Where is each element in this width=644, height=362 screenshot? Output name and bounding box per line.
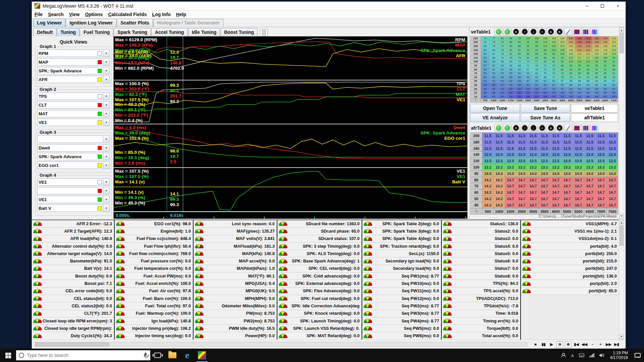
table-cell[interactable]: 86 <box>558 64 567 67</box>
table-cell[interactable]: 53 <box>592 87 601 91</box>
table-cell[interactable]: 49 <box>584 91 592 95</box>
table-cell[interactable]: 93 <box>541 52 549 56</box>
table-cell[interactable]: 66 <box>507 64 515 67</box>
table-cell[interactable]: 87 <box>515 48 524 52</box>
chevron-down-icon[interactable]: ▼ <box>103 76 110 83</box>
table-cell[interactable]: 14.7 <box>550 202 561 208</box>
table-cell[interactable]: 74 <box>524 60 532 64</box>
table-cell[interactable]: 70 <box>481 41 489 44</box>
table-cell[interactable]: 51 <box>481 79 489 83</box>
table-cell[interactable]: 43 <box>498 91 506 95</box>
table-cell[interactable]: 85 <box>507 41 515 44</box>
table-cell[interactable]: 82 <box>524 56 532 60</box>
table-cell[interactable]: 59 <box>507 71 515 75</box>
table-cell[interactable]: 68 <box>567 79 575 83</box>
table-cell[interactable]: 43 <box>567 95 575 99</box>
table-cell[interactable]: 88 <box>609 64 618 67</box>
scroll-up-icon[interactable]: ▲ <box>619 27 624 33</box>
table-cell[interactable]: 13.2 <box>539 164 550 170</box>
table-cell[interactable]: 14.7 <box>596 189 607 195</box>
channel-field[interactable]: MAP <box>37 58 103 66</box>
table-cell[interactable]: 50 <box>524 83 532 87</box>
table-cell[interactable]: 108 <box>558 48 567 52</box>
table-cell[interactable]: 14.2 <box>482 177 493 183</box>
graph-panel-3[interactable]: Max = 4.0 (ms)Max = 39.0 (deg)Max = 102.… <box>114 124 467 168</box>
table-cell[interactable]: 160 <box>575 37 584 40</box>
start-button[interactable] <box>0 349 16 362</box>
table-cell[interactable]: 14.0 <box>516 171 527 177</box>
chevron-down-icon[interactable]: ▼ <box>103 162 110 169</box>
taskbar-search[interactable] <box>16 350 150 360</box>
table-cell[interactable]: 14.2 <box>494 202 505 208</box>
table-cell[interactable]: 124 <box>609 44 618 48</box>
table-cell[interactable]: 70 <box>532 68 541 71</box>
table-cell[interactable]: 11.5 <box>528 139 539 145</box>
toolbar-heatmap-gradient[interactable] <box>590 28 598 36</box>
table-cell[interactable]: 14.7 <box>550 189 561 195</box>
table-cell[interactable]: 11.5 <box>516 133 527 139</box>
viewtab-accel-tuning[interactable]: Accel Tuning <box>151 28 188 36</box>
skip-start-icon[interactable]: ▮◀ <box>573 341 580 348</box>
table-cell[interactable]: 91 <box>592 68 601 71</box>
menu-calculated-fields[interactable]: Calculated Fields <box>108 12 147 17</box>
table-cell[interactable]: 98 <box>532 41 541 44</box>
maximize-button[interactable] <box>595 2 610 10</box>
table-cell[interactable]: 124 <box>558 37 567 40</box>
table-cell[interactable]: 44 <box>550 91 558 95</box>
toolbar-increment-circle[interactable]: + <box>547 28 555 36</box>
table-cell[interactable]: 14.0 <box>607 171 618 177</box>
table-cell[interactable]: 85 <box>567 71 575 75</box>
toolbar-equals-circle[interactable]: = <box>512 28 520 36</box>
channel-field[interactable] <box>37 135 103 143</box>
log-graph-area[interactable]: Max = 6129.0 (RPM)Max = 145.3 (kPa)Max =… <box>113 36 468 219</box>
table-cell[interactable]: 60 <box>609 83 618 87</box>
table-cell[interactable]: 14.7 <box>505 177 516 183</box>
table-cell[interactable]: 117 <box>584 56 592 60</box>
channel-combo-item[interactable]: ▼ <box>37 135 110 143</box>
microphone-icon[interactable] <box>144 353 148 358</box>
keyboard-icon[interactable] <box>579 353 584 357</box>
menu-search[interactable]: Search <box>48 12 64 17</box>
table-cell[interactable]: 67 <box>524 68 532 71</box>
hidden-icons-chevron[interactable]: ∧ <box>571 353 574 358</box>
channel-field[interactable] <box>37 187 103 194</box>
title-bar[interactable]: MegaLogViewer MS 4.3.26 - WOT 4-11.msl ─… <box>32 2 626 10</box>
channel-combo-spk-spark-advance[interactable]: SPK: Spark Advance▼ <box>37 67 110 74</box>
toolbar-vertical-bars[interactable] <box>582 124 590 132</box>
table-cell[interactable]: 12.0 <box>494 152 505 158</box>
table-cell[interactable]: 11.5 <box>528 133 539 139</box>
channel-field[interactable]: CLT <box>37 101 103 109</box>
table-cell[interactable]: 104 <box>541 41 549 44</box>
table-cell[interactable]: 11.5 <box>607 145 618 152</box>
table-cell[interactable]: 136 <box>592 44 601 48</box>
table-cell[interactable]: 42 <box>515 87 524 91</box>
table-cell[interactable]: 14.7 <box>607 183 618 189</box>
chevron-down-icon[interactable]: ▼ <box>103 110 110 117</box>
table-cell[interactable]: 95 <box>567 64 575 67</box>
table-cell[interactable]: 93 <box>558 56 567 60</box>
table-cell[interactable]: 11.5 <box>482 133 493 139</box>
edge-button[interactable]: e <box>180 349 195 362</box>
table-cell[interactable]: 12.5 <box>584 158 595 164</box>
table-cell[interactable]: 13.2 <box>550 164 561 170</box>
table-cell[interactable]: 49 <box>575 91 584 95</box>
tab-log-viewer[interactable]: Log Viewer <box>33 19 65 27</box>
graph-cursor-line[interactable] <box>167 124 167 168</box>
table-cell[interactable]: 88 <box>541 56 549 60</box>
table-cell[interactable]: 92 <box>524 48 532 52</box>
table-cell[interactable]: 103 <box>567 60 575 64</box>
table-cell[interactable]: 43 <box>524 87 532 91</box>
table-cell[interactable]: 14.2 <box>482 196 493 202</box>
table-cell[interactable]: 63 <box>524 71 532 75</box>
table-cell[interactable]: 85 <box>592 71 601 75</box>
table-cell[interactable]: 11.5 <box>584 139 595 145</box>
table-cell[interactable]: 79 <box>584 75 592 79</box>
table-cell[interactable]: 13.2 <box>596 164 607 170</box>
table-cell[interactable]: 41 <box>532 91 541 95</box>
table-cell[interactable]: 101 <box>541 44 549 48</box>
table-cell[interactable]: 69 <box>601 79 609 83</box>
table-cell[interactable]: 36 <box>524 95 532 99</box>
toolbar-increment-circle[interactable]: + <box>547 124 555 132</box>
taskbar-clock[interactable]: 1:19 PM 4/17/2019 <box>610 351 628 360</box>
table-cell[interactable]: 11.5 <box>482 145 493 152</box>
